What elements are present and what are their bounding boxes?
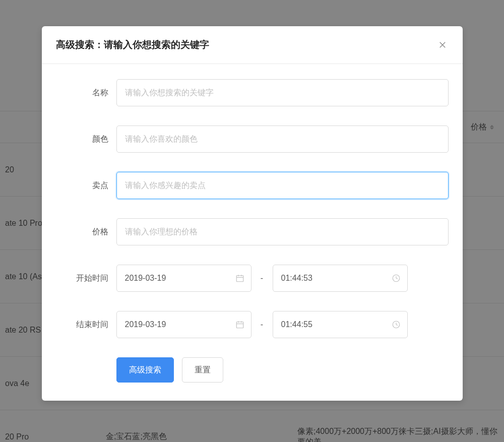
close-icon — [438, 40, 447, 49]
calendar-icon — [235, 320, 244, 329]
label-end-time: 结束时间 — [56, 320, 116, 330]
name-input[interactable] — [116, 79, 449, 106]
modal-header: 高级搜索：请输入你想搜索的关键字 — [42, 26, 463, 64]
clock-icon — [392, 274, 401, 283]
clock-icon — [392, 320, 401, 329]
label-start-time: 开始时间 — [56, 273, 116, 284]
range-separator: - — [251, 320, 273, 329]
svg-rect-9 — [236, 322, 243, 328]
start-time-input[interactable] — [273, 265, 408, 292]
end-date-input[interactable] — [116, 311, 251, 338]
calendar-icon — [235, 274, 244, 283]
svg-rect-2 — [236, 276, 243, 282]
advanced-search-modal: 高级搜索：请输入你想搜索的关键字 名称 颜色 — [42, 26, 463, 401]
close-button[interactable] — [436, 39, 449, 51]
form-row-color: 颜色 — [56, 125, 449, 153]
form-row-start-time: 开始时间 - — [56, 265, 449, 292]
feature-input[interactable] — [116, 172, 449, 199]
submit-button[interactable]: 高级搜索 — [116, 357, 174, 383]
svg-line-8 — [396, 278, 398, 279]
range-separator: - — [251, 274, 273, 283]
label-price: 价格 — [56, 227, 116, 237]
label-name: 名称 — [56, 88, 116, 98]
form-row-buttons: 高级搜索 重置 — [56, 357, 449, 383]
reset-button[interactable]: 重置 — [182, 357, 223, 383]
start-date-input[interactable] — [116, 265, 251, 292]
form-row-name: 名称 — [56, 79, 449, 106]
end-time-input[interactable] — [273, 311, 408, 338]
modal-overlay[interactable]: 高级搜索：请输入你想搜索的关键字 名称 颜色 — [0, 0, 504, 442]
form-row-feature: 卖点 — [56, 172, 449, 199]
color-input[interactable] — [116, 125, 449, 153]
modal-title: 高级搜索：请输入你想搜索的关键字 — [56, 38, 209, 51]
form-row-price: 价格 — [56, 218, 449, 245]
label-feature: 卖点 — [56, 180, 116, 191]
svg-line-15 — [396, 325, 398, 326]
form-row-end-time: 结束时间 - — [56, 311, 449, 338]
label-color: 颜色 — [56, 134, 116, 145]
modal-body: 名称 颜色 卖点 价格 — [42, 64, 463, 401]
price-input[interactable] — [116, 218, 449, 245]
